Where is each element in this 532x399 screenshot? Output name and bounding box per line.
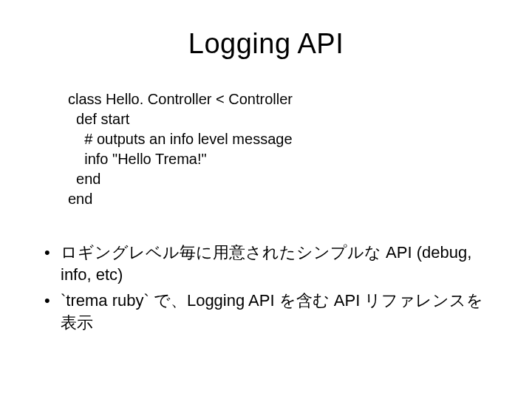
code-line: end <box>68 189 495 209</box>
bullet-item: `trema ruby` で、Logging API を含む API リファレン… <box>43 290 495 333</box>
code-line: end <box>68 169 495 189</box>
code-line: info "Hello Trema!" <box>68 149 495 169</box>
code-line: def start <box>68 109 495 129</box>
code-block: class Hello. Controller < Controller def… <box>68 89 495 209</box>
code-line: class Hello. Controller < Controller <box>68 89 495 109</box>
slide: Logging API class Hello. Controller < Co… <box>0 0 532 399</box>
code-line: # outputs an info level message <box>68 129 495 149</box>
bullet-item: ロギングレベル毎に用意されたシンプルな API (debug, info, et… <box>43 242 495 285</box>
bullet-list: ロギングレベル毎に用意されたシンプルな API (debug, info, et… <box>43 242 495 334</box>
slide-title: Logging API <box>37 28 495 60</box>
